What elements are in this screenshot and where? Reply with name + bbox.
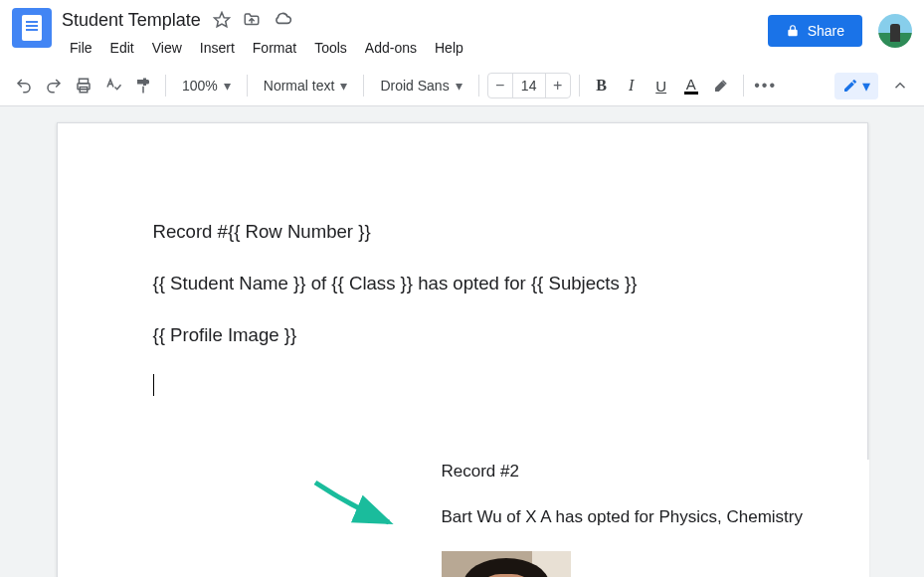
collapse-toolbar-icon[interactable] <box>886 72 914 99</box>
caret-down-icon: ▾ <box>224 78 231 94</box>
menu-bar: File Edit View Insert Format Tools Add-o… <box>62 36 768 60</box>
cloud-status-icon[interactable] <box>273 10 292 30</box>
italic-button[interactable]: I <box>618 72 646 99</box>
underline-button[interactable]: U <box>647 72 675 99</box>
account-avatar[interactable] <box>878 14 912 48</box>
toolbar: 100% ▾ Normal text ▾ Droid Sans ▾ − + B … <box>0 66 924 106</box>
zoom-dropdown[interactable]: 100% ▾ <box>174 72 239 99</box>
docs-logo-icon[interactable] <box>12 8 52 48</box>
caret-down-icon: ▾ <box>340 78 347 94</box>
text-color-button[interactable]: A <box>677 72 705 99</box>
spellcheck-icon[interactable] <box>99 72 127 99</box>
menu-help[interactable]: Help <box>427 36 471 60</box>
editing-mode-button[interactable]: ▾ <box>834 73 878 99</box>
caret-down-icon: ▾ <box>456 78 462 94</box>
more-toolbar-icon[interactable]: ••• <box>752 72 780 99</box>
callout-body: Bart Wu of X A has opted for Physics, Ch… <box>442 505 869 529</box>
callout-heading: Record #2 <box>442 460 869 483</box>
template-record-line[interactable]: Record #{{ Row Number }} <box>153 219 772 245</box>
menu-edit[interactable]: Edit <box>102 36 142 60</box>
move-icon[interactable] <box>243 11 261 29</box>
paragraph-style-dropdown[interactable]: Normal text ▾ <box>256 72 356 99</box>
font-dropdown[interactable]: Droid Sans ▾ <box>372 72 469 99</box>
print-icon[interactable] <box>70 72 97 99</box>
font-value: Droid Sans <box>380 78 449 94</box>
title-bar: Student Template File Edit View Insert F… <box>0 0 924 60</box>
text-cursor <box>153 374 155 396</box>
lock-icon <box>786 24 800 38</box>
font-size-input[interactable] <box>512 74 546 97</box>
star-icon[interactable] <box>213 11 231 29</box>
template-sentence-line[interactable]: {{ Student Name }} of {{ Class }} has op… <box>153 271 772 296</box>
template-image-line[interactable]: {{ Profile Image }} <box>153 322 772 348</box>
font-size-group: − + <box>487 73 571 98</box>
zoom-value: 100% <box>182 78 218 94</box>
annotation-arrow-icon <box>311 477 401 536</box>
profile-photo <box>442 551 571 577</box>
document-body[interactable]: Record #{{ Row Number }} {{ Student Name… <box>153 219 772 396</box>
highlight-button[interactable] <box>707 72 735 99</box>
document-title[interactable]: Student Template <box>62 10 201 31</box>
paint-format-icon[interactable] <box>129 72 157 99</box>
font-size-increase-button[interactable]: + <box>546 74 570 97</box>
menu-format[interactable]: Format <box>245 36 304 60</box>
undo-icon[interactable] <box>10 72 38 99</box>
menu-insert[interactable]: Insert <box>192 36 243 60</box>
share-button[interactable]: Share <box>768 15 862 47</box>
paragraph-style-value: Normal text <box>264 78 335 94</box>
svg-marker-0 <box>214 13 229 27</box>
result-callout: Record #2 Bart Wu of X A has opted for P… <box>442 460 869 577</box>
bold-button[interactable]: B <box>588 72 616 99</box>
redo-icon[interactable] <box>40 72 68 99</box>
caret-down-icon: ▾ <box>862 77 870 96</box>
pencil-icon <box>842 78 858 94</box>
menu-file[interactable]: File <box>62 36 100 60</box>
menu-view[interactable]: View <box>144 36 190 60</box>
menu-addons[interactable]: Add-ons <box>357 36 425 60</box>
document-canvas[interactable]: Record #{{ Row Number }} {{ Student Name… <box>0 106 924 577</box>
menu-tools[interactable]: Tools <box>306 36 355 60</box>
share-label: Share <box>808 23 844 39</box>
document-page[interactable]: Record #{{ Row Number }} {{ Student Name… <box>57 122 868 577</box>
font-size-decrease-button[interactable]: − <box>488 74 512 97</box>
